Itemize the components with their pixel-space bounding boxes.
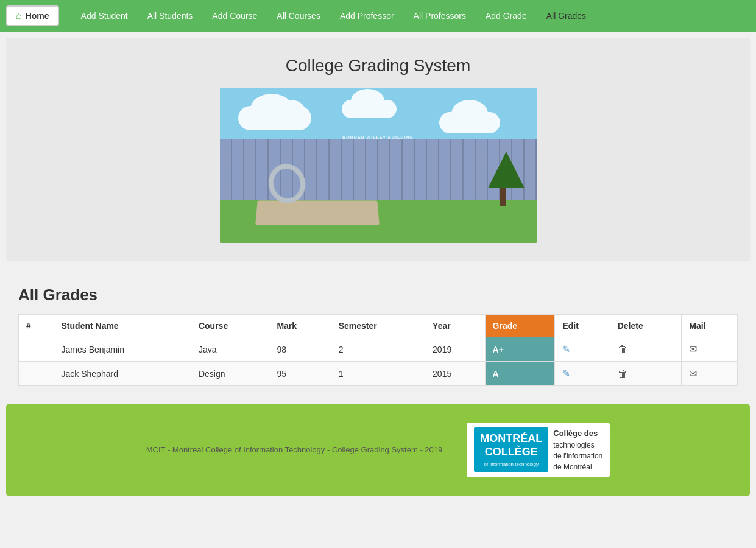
cloud-decoration [342,100,397,118]
nav-links: Add StudentAll StudentsAdd CourseAll Cou… [71,0,596,32]
tree-trunk [500,188,506,206]
cell-mark: 98 [269,337,331,362]
cell-edit[interactable]: ✎ [555,337,610,362]
building-sign: BORDEN WILLEY BUILDING [342,135,413,139]
cell-student-name: James Benjamin [54,337,191,362]
cell-delete[interactable]: 🗑 [610,362,682,386]
cloud-decoration [439,112,500,133]
col-grade: Grade [485,315,555,337]
logo-text: Collège des technologies de l'informatio… [553,427,602,472]
cell-edit[interactable]: ✎ [555,362,610,386]
col-course: Course [191,315,269,337]
cell-semester: 2 [331,337,425,362]
cell-delete[interactable]: 🗑 [610,337,682,362]
footer-logo: MONTRÉAL COLLÈGE of information technolo… [467,423,610,477]
grades-table: # Student Name Course Mark Semester Year… [18,314,738,386]
nav-link-all-professors[interactable]: All Professors [404,0,476,32]
logo-text-line4: de Montréal [553,462,602,472]
cell-student-name: Jack Shephard [54,362,191,386]
cell-grade: A [485,362,555,386]
cell-course: Java [191,337,269,362]
hero-section: College Grading System BORDEN WILLEY BUI… [6,38,750,261]
nav-link-add-student[interactable]: Add Student [71,0,138,32]
table-header: # Student Name Course Mark Semester Year… [19,315,738,337]
tree-top [488,152,525,188]
col-delete: Delete [610,315,682,337]
cell-mail[interactable]: ✉ [682,337,738,362]
nav-link-add-professor[interactable]: Add Professor [330,0,404,32]
nav-link-all-grades[interactable]: All Grades [537,0,596,32]
footer: MCIT - Montreal College of Information T… [6,404,750,496]
home-label: Home [26,11,49,21]
cell-id [19,362,54,386]
nav-link-add-course[interactable]: Add Course [202,0,267,32]
home-button[interactable]: ⌂ Home [6,5,59,26]
col-student-name: Student Name [54,315,191,337]
footer-text: MCIT - Montreal College of Information T… [146,445,443,454]
hero-image: BORDEN WILLEY BUILDING [220,88,537,243]
grades-section: All Grades # Student Name Course Mark Se… [18,286,738,386]
col-semester: Semester [331,315,425,337]
col-year: Year [425,315,486,337]
cloud-decoration [238,106,311,130]
cell-mark: 95 [269,362,331,386]
table-row: James BenjaminJava9822019A+✎🗑✉ [19,337,738,362]
logo-badge: MONTRÉAL COLLÈGE of information technolo… [474,427,548,472]
logo-text-line2: technologies [553,440,602,451]
table-body: James BenjaminJava9822019A+✎🗑✉Jack Sheph… [19,337,738,386]
cell-id [19,337,54,362]
nav-link-all-courses[interactable]: All Courses [267,0,330,32]
tree-graphic [488,158,518,206]
logo-badge-line2: COLLÈGE [480,446,542,459]
cell-semester: 1 [331,362,425,386]
main-content: All Grades # Student Name Course Mark Se… [0,267,756,398]
cell-course: Design [191,362,269,386]
hero-title: College Grading System [18,56,738,76]
cell-year: 2019 [425,337,486,362]
cell-mail[interactable]: ✉ [682,362,738,386]
logo-badge-line1: MONTRÉAL [480,432,542,446]
navbar: ⌂ Home Add StudentAll StudentsAdd Course… [0,0,756,32]
logo-tagline: of information technology [480,462,542,468]
table-row: Jack ShephardDesign9512015A✎🗑✉ [19,362,738,386]
cell-grade: A+ [485,337,555,362]
logo-text-line3: de l'information [553,451,602,462]
col-hash: # [19,315,54,337]
col-edit: Edit [555,315,610,337]
col-mail: Mail [682,315,738,337]
home-icon: ⌂ [16,10,22,21]
cell-year: 2015 [425,362,486,386]
grades-title: All Grades [18,286,738,304]
nav-link-all-students[interactable]: All Students [138,0,203,32]
nav-link-add-grade[interactable]: Add Grade [476,0,537,32]
path-graphic [255,200,380,225]
col-mark: Mark [269,315,331,337]
logo-text-line1: Collège des [553,427,602,440]
